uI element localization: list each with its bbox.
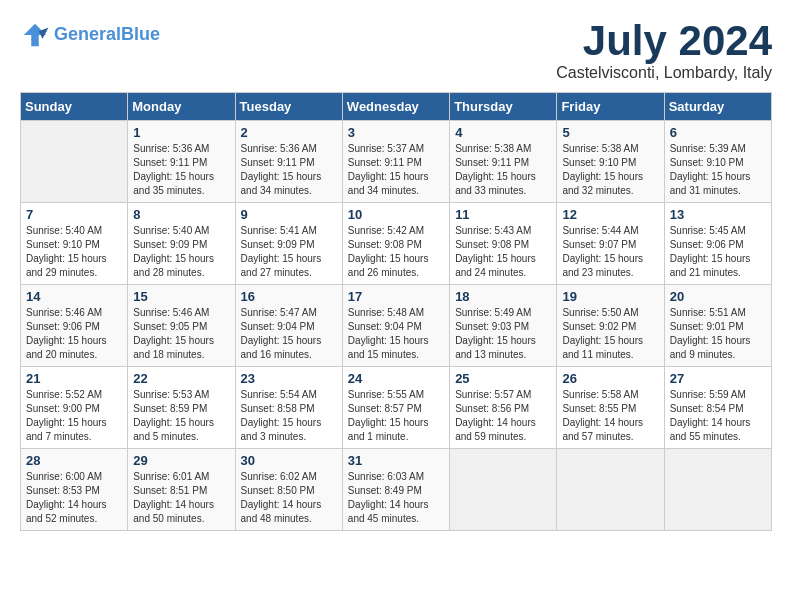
cell-info: Sunrise: 5:42 AMSunset: 9:08 PMDaylight:…	[348, 224, 444, 280]
calendar-week-4: 21Sunrise: 5:52 AMSunset: 9:00 PMDayligh…	[21, 367, 772, 449]
day-number: 10	[348, 207, 444, 222]
logo-text: GeneralBlue	[54, 25, 160, 45]
calendar-cell: 10Sunrise: 5:42 AMSunset: 9:08 PMDayligh…	[342, 203, 449, 285]
calendar-cell: 3Sunrise: 5:37 AMSunset: 9:11 PMDaylight…	[342, 121, 449, 203]
day-number: 24	[348, 371, 444, 386]
day-number: 21	[26, 371, 122, 386]
calendar-cell: 19Sunrise: 5:50 AMSunset: 9:02 PMDayligh…	[557, 285, 664, 367]
day-number: 23	[241, 371, 337, 386]
day-number: 27	[670, 371, 766, 386]
calendar-cell: 7Sunrise: 5:40 AMSunset: 9:10 PMDaylight…	[21, 203, 128, 285]
calendar-week-5: 28Sunrise: 6:00 AMSunset: 8:53 PMDayligh…	[21, 449, 772, 531]
day-number: 30	[241, 453, 337, 468]
cell-info: Sunrise: 5:37 AMSunset: 9:11 PMDaylight:…	[348, 142, 444, 198]
calendar-cell: 27Sunrise: 5:59 AMSunset: 8:54 PMDayligh…	[664, 367, 771, 449]
cell-info: Sunrise: 5:44 AMSunset: 9:07 PMDaylight:…	[562, 224, 658, 280]
day-number: 1	[133, 125, 229, 140]
title-area: July 2024 Castelvisconti, Lombardy, Ital…	[556, 20, 772, 82]
day-number: 2	[241, 125, 337, 140]
calendar-cell: 25Sunrise: 5:57 AMSunset: 8:56 PMDayligh…	[450, 367, 557, 449]
calendar-cell: 13Sunrise: 5:45 AMSunset: 9:06 PMDayligh…	[664, 203, 771, 285]
calendar-cell: 28Sunrise: 6:00 AMSunset: 8:53 PMDayligh…	[21, 449, 128, 531]
day-number: 31	[348, 453, 444, 468]
cell-info: Sunrise: 5:41 AMSunset: 9:09 PMDaylight:…	[241, 224, 337, 280]
cell-info: Sunrise: 5:59 AMSunset: 8:54 PMDaylight:…	[670, 388, 766, 444]
day-number: 9	[241, 207, 337, 222]
calendar-cell: 1Sunrise: 5:36 AMSunset: 9:11 PMDaylight…	[128, 121, 235, 203]
cell-info: Sunrise: 6:01 AMSunset: 8:51 PMDaylight:…	[133, 470, 229, 526]
day-number: 15	[133, 289, 229, 304]
day-number: 14	[26, 289, 122, 304]
calendar-cell: 16Sunrise: 5:47 AMSunset: 9:04 PMDayligh…	[235, 285, 342, 367]
cell-info: Sunrise: 5:39 AMSunset: 9:10 PMDaylight:…	[670, 142, 766, 198]
cell-info: Sunrise: 6:03 AMSunset: 8:49 PMDaylight:…	[348, 470, 444, 526]
cell-info: Sunrise: 5:55 AMSunset: 8:57 PMDaylight:…	[348, 388, 444, 444]
cell-info: Sunrise: 5:36 AMSunset: 9:11 PMDaylight:…	[241, 142, 337, 198]
column-header-thursday: Thursday	[450, 93, 557, 121]
day-number: 12	[562, 207, 658, 222]
day-number: 8	[133, 207, 229, 222]
calendar-cell: 31Sunrise: 6:03 AMSunset: 8:49 PMDayligh…	[342, 449, 449, 531]
logo-line2: Blue	[121, 24, 160, 44]
cell-info: Sunrise: 5:50 AMSunset: 9:02 PMDaylight:…	[562, 306, 658, 362]
calendar-cell: 15Sunrise: 5:46 AMSunset: 9:05 PMDayligh…	[128, 285, 235, 367]
day-number: 19	[562, 289, 658, 304]
calendar-header-row: SundayMondayTuesdayWednesdayThursdayFrid…	[21, 93, 772, 121]
cell-info: Sunrise: 5:38 AMSunset: 9:11 PMDaylight:…	[455, 142, 551, 198]
calendar-cell: 17Sunrise: 5:48 AMSunset: 9:04 PMDayligh…	[342, 285, 449, 367]
cell-info: Sunrise: 5:46 AMSunset: 9:06 PMDaylight:…	[26, 306, 122, 362]
calendar-cell: 23Sunrise: 5:54 AMSunset: 8:58 PMDayligh…	[235, 367, 342, 449]
day-number: 25	[455, 371, 551, 386]
calendar-cell: 20Sunrise: 5:51 AMSunset: 9:01 PMDayligh…	[664, 285, 771, 367]
calendar-cell: 21Sunrise: 5:52 AMSunset: 9:00 PMDayligh…	[21, 367, 128, 449]
calendar-cell: 4Sunrise: 5:38 AMSunset: 9:11 PMDaylight…	[450, 121, 557, 203]
day-number: 16	[241, 289, 337, 304]
calendar-cell: 26Sunrise: 5:58 AMSunset: 8:55 PMDayligh…	[557, 367, 664, 449]
calendar-cell: 2Sunrise: 5:36 AMSunset: 9:11 PMDaylight…	[235, 121, 342, 203]
logo-icon	[20, 20, 50, 50]
day-number: 20	[670, 289, 766, 304]
calendar-cell: 14Sunrise: 5:46 AMSunset: 9:06 PMDayligh…	[21, 285, 128, 367]
cell-info: Sunrise: 5:38 AMSunset: 9:10 PMDaylight:…	[562, 142, 658, 198]
calendar-cell: 29Sunrise: 6:01 AMSunset: 8:51 PMDayligh…	[128, 449, 235, 531]
cell-info: Sunrise: 6:00 AMSunset: 8:53 PMDaylight:…	[26, 470, 122, 526]
month-title: July 2024	[556, 20, 772, 62]
calendar-cell	[557, 449, 664, 531]
cell-info: Sunrise: 5:58 AMSunset: 8:55 PMDaylight:…	[562, 388, 658, 444]
calendar-week-3: 14Sunrise: 5:46 AMSunset: 9:06 PMDayligh…	[21, 285, 772, 367]
cell-info: Sunrise: 5:40 AMSunset: 9:10 PMDaylight:…	[26, 224, 122, 280]
cell-info: Sunrise: 5:54 AMSunset: 8:58 PMDaylight:…	[241, 388, 337, 444]
calendar-cell	[664, 449, 771, 531]
day-number: 29	[133, 453, 229, 468]
cell-info: Sunrise: 5:48 AMSunset: 9:04 PMDaylight:…	[348, 306, 444, 362]
cell-info: Sunrise: 5:52 AMSunset: 9:00 PMDaylight:…	[26, 388, 122, 444]
day-number: 4	[455, 125, 551, 140]
calendar-cell	[21, 121, 128, 203]
calendar-cell: 24Sunrise: 5:55 AMSunset: 8:57 PMDayligh…	[342, 367, 449, 449]
calendar-cell: 12Sunrise: 5:44 AMSunset: 9:07 PMDayligh…	[557, 203, 664, 285]
calendar-table: SundayMondayTuesdayWednesdayThursdayFrid…	[20, 92, 772, 531]
day-number: 18	[455, 289, 551, 304]
day-number: 28	[26, 453, 122, 468]
calendar-cell: 8Sunrise: 5:40 AMSunset: 9:09 PMDaylight…	[128, 203, 235, 285]
calendar-cell: 18Sunrise: 5:49 AMSunset: 9:03 PMDayligh…	[450, 285, 557, 367]
calendar-cell: 5Sunrise: 5:38 AMSunset: 9:10 PMDaylight…	[557, 121, 664, 203]
calendar-cell: 11Sunrise: 5:43 AMSunset: 9:08 PMDayligh…	[450, 203, 557, 285]
cell-info: Sunrise: 5:49 AMSunset: 9:03 PMDaylight:…	[455, 306, 551, 362]
cell-info: Sunrise: 5:57 AMSunset: 8:56 PMDaylight:…	[455, 388, 551, 444]
cell-info: Sunrise: 5:51 AMSunset: 9:01 PMDaylight:…	[670, 306, 766, 362]
cell-info: Sunrise: 5:45 AMSunset: 9:06 PMDaylight:…	[670, 224, 766, 280]
calendar-week-2: 7Sunrise: 5:40 AMSunset: 9:10 PMDaylight…	[21, 203, 772, 285]
location: Castelvisconti, Lombardy, Italy	[556, 64, 772, 82]
column-header-sunday: Sunday	[21, 93, 128, 121]
day-number: 7	[26, 207, 122, 222]
day-number: 6	[670, 125, 766, 140]
calendar-cell: 9Sunrise: 5:41 AMSunset: 9:09 PMDaylight…	[235, 203, 342, 285]
cell-info: Sunrise: 5:43 AMSunset: 9:08 PMDaylight:…	[455, 224, 551, 280]
day-number: 3	[348, 125, 444, 140]
column-header-saturday: Saturday	[664, 93, 771, 121]
cell-info: Sunrise: 5:47 AMSunset: 9:04 PMDaylight:…	[241, 306, 337, 362]
day-number: 13	[670, 207, 766, 222]
cell-info: Sunrise: 5:40 AMSunset: 9:09 PMDaylight:…	[133, 224, 229, 280]
day-number: 17	[348, 289, 444, 304]
